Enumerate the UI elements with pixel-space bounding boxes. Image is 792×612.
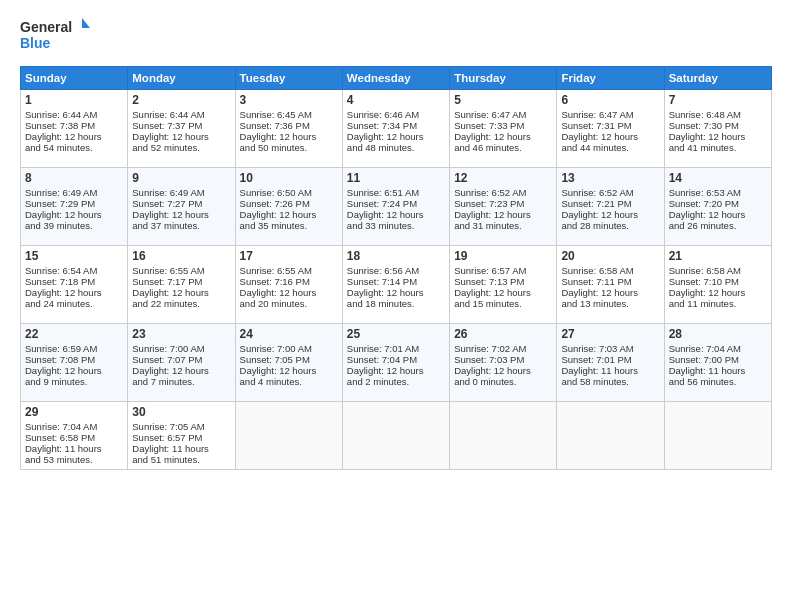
cell-text: Daylight: 12 hours [669,131,746,142]
cell-text: Daylight: 12 hours [132,365,209,376]
cell-text: Daylight: 12 hours [347,365,424,376]
cell-text: and 7 minutes. [132,376,194,387]
table-cell: 20Sunrise: 6:58 AMSunset: 7:11 PMDayligh… [557,246,664,324]
day-number: 12 [454,171,552,185]
day-number: 6 [561,93,659,107]
table-cell: 17Sunrise: 6:55 AMSunset: 7:16 PMDayligh… [235,246,342,324]
table-cell: 1Sunrise: 6:44 AMSunset: 7:38 PMDaylight… [21,90,128,168]
cell-text: Sunrise: 6:57 AM [454,265,526,276]
cell-text: and 58 minutes. [561,376,629,387]
cell-text: Sunset: 7:03 PM [454,354,524,365]
cell-text: Sunset: 6:58 PM [25,432,95,443]
cell-text: Sunset: 7:16 PM [240,276,310,287]
cell-text: and 22 minutes. [132,298,200,309]
cell-text: Daylight: 12 hours [454,287,531,298]
day-number: 8 [25,171,123,185]
day-number: 15 [25,249,123,263]
cell-text: Sunrise: 7:04 AM [25,421,97,432]
day-number: 17 [240,249,338,263]
cell-text: and 41 minutes. [669,142,737,153]
day-number: 1 [25,93,123,107]
cell-text: Sunrise: 7:00 AM [240,343,312,354]
cell-text: and 53 minutes. [25,454,93,465]
table-cell: 6Sunrise: 6:47 AMSunset: 7:31 PMDaylight… [557,90,664,168]
day-number: 14 [669,171,767,185]
table-cell: 30Sunrise: 7:05 AMSunset: 6:57 PMDayligh… [128,402,235,470]
cell-text: and 2 minutes. [347,376,409,387]
cell-text: Sunset: 7:13 PM [454,276,524,287]
cell-text: Daylight: 12 hours [25,365,102,376]
cell-text: Sunset: 7:04 PM [347,354,417,365]
day-number: 18 [347,249,445,263]
cell-text: Sunset: 7:14 PM [347,276,417,287]
cell-text: Sunrise: 7:03 AM [561,343,633,354]
cell-text: Daylight: 11 hours [669,365,746,376]
cell-text: and 52 minutes. [132,142,200,153]
cell-text: Sunset: 7:07 PM [132,354,202,365]
cell-text: Daylight: 12 hours [347,287,424,298]
cell-text: Sunrise: 6:53 AM [669,187,741,198]
table-cell: 12Sunrise: 6:52 AMSunset: 7:23 PMDayligh… [450,168,557,246]
cell-text: Sunrise: 7:04 AM [669,343,741,354]
cell-text: Daylight: 12 hours [669,209,746,220]
day-number: 5 [454,93,552,107]
day-number: 23 [132,327,230,341]
table-cell: 7Sunrise: 6:48 AMSunset: 7:30 PMDaylight… [664,90,771,168]
day-number: 29 [25,405,123,419]
table-cell: 25Sunrise: 7:01 AMSunset: 7:04 PMDayligh… [342,324,449,402]
cell-text: Daylight: 12 hours [132,209,209,220]
cell-text: Sunrise: 6:58 AM [561,265,633,276]
cell-text: and 35 minutes. [240,220,308,231]
cell-text: Sunset: 7:21 PM [561,198,631,209]
cell-text: Sunrise: 6:58 AM [669,265,741,276]
table-cell: 14Sunrise: 6:53 AMSunset: 7:20 PMDayligh… [664,168,771,246]
table-cell: 4Sunrise: 6:46 AMSunset: 7:34 PMDaylight… [342,90,449,168]
cell-text: Daylight: 12 hours [454,131,531,142]
cell-text: Daylight: 12 hours [454,365,531,376]
cell-text: Sunrise: 6:56 AM [347,265,419,276]
cell-text: Daylight: 12 hours [240,131,317,142]
table-cell [342,402,449,470]
cell-text: and 46 minutes. [454,142,522,153]
cell-text: and 0 minutes. [454,376,516,387]
cell-text: Sunrise: 7:00 AM [132,343,204,354]
cell-text: and 24 minutes. [25,298,93,309]
logo: General Blue [20,16,90,56]
cell-text: and 51 minutes. [132,454,200,465]
cell-text: Sunrise: 6:48 AM [669,109,741,120]
day-number: 7 [669,93,767,107]
cell-text: Sunset: 7:36 PM [240,120,310,131]
cell-text: Sunrise: 7:02 AM [454,343,526,354]
table-cell: 29Sunrise: 7:04 AMSunset: 6:58 PMDayligh… [21,402,128,470]
cell-text: Sunset: 7:20 PM [669,198,739,209]
table-cell: 18Sunrise: 6:56 AMSunset: 7:14 PMDayligh… [342,246,449,324]
cell-text: Sunset: 6:57 PM [132,432,202,443]
cell-text: and 44 minutes. [561,142,629,153]
table-cell: 22Sunrise: 6:59 AMSunset: 7:08 PMDayligh… [21,324,128,402]
table-cell [557,402,664,470]
day-number: 24 [240,327,338,341]
cell-text: and 56 minutes. [669,376,737,387]
table-cell: 3Sunrise: 6:45 AMSunset: 7:36 PMDaylight… [235,90,342,168]
cell-text: Daylight: 12 hours [240,209,317,220]
cell-text: Sunrise: 7:05 AM [132,421,204,432]
cell-text: Sunrise: 6:46 AM [347,109,419,120]
table-cell: 10Sunrise: 6:50 AMSunset: 7:26 PMDayligh… [235,168,342,246]
cell-text: Sunset: 7:38 PM [25,120,95,131]
logo-svg: General Blue [20,16,90,56]
cell-text: and 54 minutes. [25,142,93,153]
cell-text: and 31 minutes. [454,220,522,231]
day-number: 11 [347,171,445,185]
cell-text: Daylight: 12 hours [132,131,209,142]
cell-text: Daylight: 12 hours [25,209,102,220]
day-number: 28 [669,327,767,341]
cell-text: Sunrise: 6:44 AM [25,109,97,120]
cell-text: Sunset: 7:27 PM [132,198,202,209]
col-monday: Monday [128,67,235,90]
day-number: 20 [561,249,659,263]
cell-text: Sunset: 7:26 PM [240,198,310,209]
cell-text: Daylight: 12 hours [561,287,638,298]
table-cell: 15Sunrise: 6:54 AMSunset: 7:18 PMDayligh… [21,246,128,324]
day-number: 16 [132,249,230,263]
table-cell: 23Sunrise: 7:00 AMSunset: 7:07 PMDayligh… [128,324,235,402]
